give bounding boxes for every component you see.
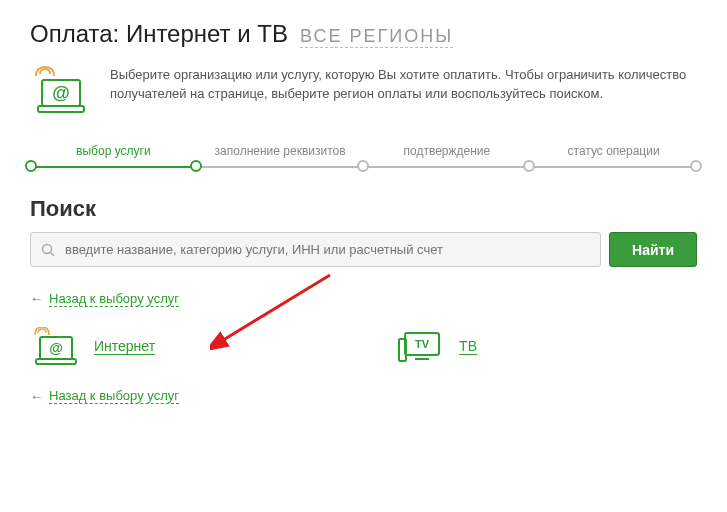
progress-stepper: выбор услуги заполнение реквизитов подтв… bbox=[30, 144, 697, 172]
search-box[interactable] bbox=[30, 232, 601, 267]
step-label: статус операции bbox=[568, 144, 660, 158]
search-icon bbox=[41, 243, 55, 257]
step-status: статус операции bbox=[530, 144, 697, 172]
page-title-row: Оплата: Интернет и ТВ ВСЕ РЕГИОНЫ bbox=[30, 20, 697, 48]
category-internet-label: Интернет bbox=[94, 338, 155, 355]
category-tv[interactable]: TV ТВ bbox=[395, 327, 477, 367]
back-link-label: Назад к выбору услуг bbox=[49, 291, 179, 307]
svg-rect-2 bbox=[38, 106, 84, 112]
back-link-bottom[interactable]: ← Назад к выбору услуг bbox=[30, 388, 179, 404]
svg-line-4 bbox=[51, 252, 55, 256]
search-heading: Поиск bbox=[30, 196, 697, 222]
step-confirm: подтверждение bbox=[364, 144, 531, 172]
svg-text:@: @ bbox=[49, 340, 63, 356]
internet-icon: @ bbox=[30, 327, 80, 367]
search-row: Найти bbox=[30, 232, 697, 267]
annotation-arrow bbox=[210, 267, 350, 357]
step-label: подтверждение bbox=[404, 144, 491, 158]
step-fill-details: заполнение реквизитов bbox=[197, 144, 364, 172]
category-internet[interactable]: @ Интернет bbox=[30, 327, 155, 367]
category-row: @ Интернет TV ТВ bbox=[30, 327, 697, 367]
category-tv-label: ТВ bbox=[459, 338, 477, 355]
step-label: заполнение реквизитов bbox=[215, 144, 346, 158]
arrow-left-icon: ← bbox=[30, 389, 43, 404]
arrow-left-icon: ← bbox=[30, 291, 43, 306]
step-select-service: выбор услуги bbox=[30, 144, 197, 172]
back-link-label: Назад к выбору услуг bbox=[49, 388, 179, 404]
svg-text:@: @ bbox=[52, 83, 70, 103]
search-button[interactable]: Найти bbox=[609, 232, 697, 267]
tv-icon: TV bbox=[395, 327, 445, 367]
step-label: выбор услуги bbox=[76, 144, 151, 158]
svg-point-3 bbox=[43, 244, 52, 253]
info-block: @ Выберите организацию или услугу, котор… bbox=[30, 66, 697, 116]
region-selector-link[interactable]: ВСЕ РЕГИОНЫ bbox=[300, 26, 453, 48]
internet-laptop-icon: @ bbox=[30, 66, 90, 116]
svg-line-12 bbox=[220, 275, 330, 342]
page-title: Оплата: Интернет и ТВ bbox=[30, 20, 288, 48]
svg-text:TV: TV bbox=[415, 338, 430, 350]
search-input[interactable] bbox=[63, 241, 590, 258]
svg-rect-7 bbox=[36, 359, 76, 364]
info-text: Выберите организацию или услугу, которую… bbox=[110, 66, 697, 104]
back-link-top[interactable]: ← Назад к выбору услуг bbox=[30, 291, 179, 307]
